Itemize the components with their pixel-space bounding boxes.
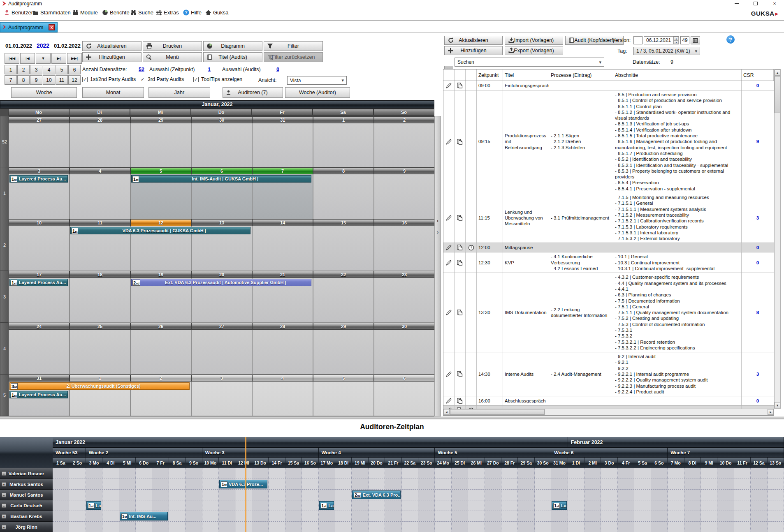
horizontal-scroll-thumb[interactable] bbox=[450, 409, 545, 415]
copy-button[interactable] bbox=[455, 273, 466, 352]
titel-audits-button[interactable]: Titel (Audits) bbox=[203, 52, 262, 62]
diagramm-button[interactable]: Diagramm bbox=[203, 41, 262, 51]
copy-button[interactable] bbox=[455, 193, 466, 243]
menu-item-benutzer[interactable]: Benutzer bbox=[4, 9, 33, 16]
vertical-scrollbar[interactable]: ▴ ▾ bbox=[774, 69, 781, 409]
table-row[interactable]: 16:00Abschlussgespräch0 bbox=[443, 396, 774, 406]
day-cell-1[interactable] bbox=[313, 123, 374, 167]
day-header-9[interactable]: 9 bbox=[374, 167, 435, 174]
day-header-12[interactable]: 12 bbox=[130, 219, 191, 226]
calendar-event-2-berwachungsaudit-sonstiges[interactable]: 3rd2. Überwachungsaudit (Sonstiges) bbox=[9, 382, 190, 390]
column-header-titel[interactable]: Titel bbox=[503, 69, 549, 81]
day-header-23[interactable]: 23 bbox=[374, 271, 435, 278]
edit-button[interactable] bbox=[443, 243, 455, 252]
column-header-prozesse-eintrag[interactable]: Prozesse (Eintrag) bbox=[549, 69, 613, 81]
version-empty-field[interactable] bbox=[633, 36, 643, 44]
auswahl-audits-value[interactable]: 0 bbox=[276, 67, 279, 72]
day-header-28[interactable]: 28 bbox=[252, 323, 313, 330]
import-vorlagen-button[interactable]: Import (Vorlagen) bbox=[505, 36, 563, 45]
checkbox-tooltips-anzeigen[interactable]: ✓ToolTips anzeigen bbox=[193, 76, 242, 82]
men-button[interactable]: Menü bbox=[143, 52, 202, 62]
auditor-row-carla-deutsch[interactable]: -Carla Deutsch bbox=[0, 500, 53, 511]
day-cell-15[interactable] bbox=[313, 226, 374, 271]
day-header-20[interactable]: 20 bbox=[191, 271, 252, 278]
tab-auditprogramm[interactable]: Auditprogramm x bbox=[0, 22, 58, 32]
day-cell-22[interactable] bbox=[313, 278, 374, 323]
day-cell-4[interactable] bbox=[252, 382, 313, 416]
day-header-18[interactable]: 18 bbox=[70, 271, 130, 278]
hinzuf-gen-button[interactable]: Hinzufügen bbox=[444, 46, 503, 55]
ansicht-select[interactable]: Vista▾ bbox=[287, 76, 347, 85]
gantt-bar-lay[interactable]: 1stLay bbox=[319, 501, 334, 510]
table-row[interactable]: 09:15Produktionsprozess mit Betriebsrund… bbox=[443, 90, 774, 193]
day-header-19[interactable]: 19 bbox=[130, 271, 191, 278]
day-cell-10[interactable] bbox=[9, 226, 70, 271]
collapse-left-icon[interactable]: ‹ bbox=[436, 217, 440, 224]
day-header-30[interactable]: 30 bbox=[191, 116, 252, 123]
day-cell-27[interactable] bbox=[9, 123, 70, 167]
version-spinner[interactable]: ▴▾ bbox=[673, 37, 679, 44]
filter-button[interactable]: Filter bbox=[264, 41, 323, 51]
day-header-16[interactable]: 16 bbox=[374, 219, 435, 226]
day-cell-8[interactable] bbox=[313, 174, 374, 219]
day-header-29[interactable]: 29 bbox=[313, 323, 374, 330]
day-cell-31[interactable] bbox=[252, 123, 313, 167]
month-button-5[interactable]: 5 bbox=[56, 65, 68, 74]
checkbox-icon[interactable]: ✓ bbox=[193, 77, 199, 82]
menu-item-stammdaten[interactable]: Stammdaten bbox=[32, 9, 71, 16]
copy-button[interactable] bbox=[455, 396, 466, 405]
day-header-6[interactable]: 6 bbox=[191, 167, 252, 174]
month-button-4[interactable]: 4 bbox=[43, 65, 55, 74]
menu-item-hilfe[interactable]: ?Hilfe bbox=[183, 9, 202, 16]
maximize-button[interactable] bbox=[746, 0, 765, 7]
calendar-event-ext-vda-6-3-prozessaudit-automotive-supp[interactable]: 2ndExt. VDA 6.3 Prozessaudit | Automotiv… bbox=[131, 279, 311, 286]
edit-button[interactable] bbox=[443, 90, 455, 193]
day-cell-29[interactable] bbox=[313, 330, 374, 375]
day-header-4[interactable]: 4 bbox=[70, 167, 130, 174]
close-button[interactable]: × bbox=[765, 0, 784, 7]
month-button-2[interactable]: 2 bbox=[17, 65, 30, 74]
day-header-1[interactable]: 1 bbox=[313, 116, 374, 123]
scroll-down-icon[interactable]: ▾ bbox=[775, 402, 780, 408]
day-header-6[interactable]: 6 bbox=[374, 375, 435, 382]
auswahl-zeitpunkt-value[interactable]: 1 bbox=[208, 67, 211, 72]
day-header-3[interactable]: 3 bbox=[191, 375, 252, 382]
month-button-9[interactable]: 9 bbox=[30, 75, 42, 85]
day-header-26[interactable]: 26 bbox=[130, 323, 191, 330]
collapse-row-icon[interactable]: - bbox=[2, 471, 6, 476]
month-button-1[interactable]: 1 bbox=[5, 65, 17, 74]
column-header-zeitpunkt[interactable]: Zeitpunkt bbox=[477, 69, 503, 81]
collapse-right-icon[interactable]: › bbox=[436, 228, 440, 236]
aktualisieren-button[interactable]: Aktualisieren bbox=[444, 36, 503, 45]
table-row[interactable]: 13:30IMS-Dokumentation- 2.2 Lenkung doku… bbox=[443, 273, 774, 352]
version-date-field[interactable]: 06.12.2021 ▴▾ bbox=[644, 36, 679, 44]
edit-button[interactable] bbox=[443, 252, 455, 273]
day-cell-4[interactable] bbox=[70, 174, 130, 219]
day-header-31[interactable]: 31 bbox=[9, 375, 70, 382]
anzahl-datensaetze-value[interactable]: 52 bbox=[139, 67, 144, 72]
month-button-6[interactable]: 6 bbox=[68, 65, 81, 74]
scroll-up-icon[interactable]: ▴ bbox=[775, 69, 780, 76]
calendar-picker-button[interactable] bbox=[691, 36, 700, 44]
column-header-icon[interactable] bbox=[466, 69, 477, 81]
day-header-1[interactable]: 1 bbox=[70, 375, 130, 382]
day-cell-29[interactable] bbox=[130, 123, 191, 167]
month-button-10[interactable]: 10 bbox=[43, 75, 55, 85]
day-header-10[interactable]: 10 bbox=[9, 219, 70, 226]
drucken-button[interactable]: Drucken bbox=[143, 41, 202, 51]
day-cell-24[interactable] bbox=[9, 330, 70, 375]
day-cell-5[interactable] bbox=[313, 382, 374, 416]
day-cell-9[interactable] bbox=[374, 174, 435, 219]
auditor-row-markus-santos[interactable]: -Markus Santos bbox=[0, 479, 53, 490]
day-header-7[interactable]: 7 bbox=[252, 167, 313, 174]
day-header-11[interactable]: 11 bbox=[70, 219, 130, 226]
day-header-14[interactable]: 14 bbox=[252, 219, 313, 226]
day-header-5[interactable]: 5 bbox=[313, 375, 374, 382]
copy-button[interactable] bbox=[455, 252, 466, 273]
collapse-row-icon[interactable]: - bbox=[2, 514, 6, 518]
day-header-2[interactable]: 2 bbox=[374, 116, 435, 123]
version-count-field[interactable]: 49 bbox=[680, 36, 689, 44]
view-monat-button[interactable]: Monat bbox=[82, 87, 144, 98]
nav-dropdown-button[interactable]: ▼ bbox=[36, 53, 51, 64]
column-header-icon[interactable] bbox=[455, 69, 466, 81]
